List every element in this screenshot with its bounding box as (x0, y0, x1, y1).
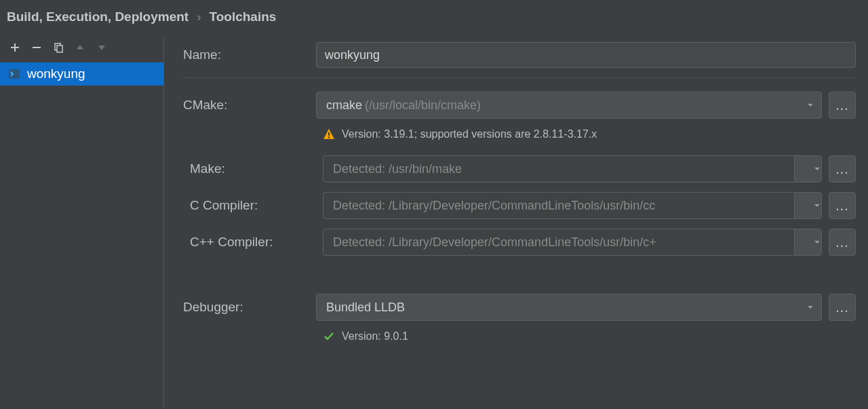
terminal-icon (8, 68, 20, 80)
toolchain-item[interactable]: wonkyung (0, 62, 163, 85)
chevron-down-icon (813, 238, 821, 246)
debugger-status: Version: 9.0.1 (323, 330, 856, 343)
warning-icon (323, 128, 335, 140)
add-button[interactable] (5, 39, 24, 56)
make-combo[interactable]: Detected: /usr/bin/make (323, 155, 822, 182)
move-up-button[interactable] (71, 39, 90, 56)
make-label: Make: (190, 161, 323, 176)
svg-rect-2 (9, 69, 20, 79)
remove-button[interactable] (27, 39, 46, 56)
cxxcompiler-combo[interactable]: Detected: /Library/Developer/CommandLine… (323, 229, 822, 256)
cxxcompiler-browse-button[interactable]: ... (829, 229, 856, 256)
copy-button[interactable] (49, 39, 68, 56)
svg-rect-4 (328, 137, 330, 138)
cmake-browse-button[interactable]: ... (829, 92, 856, 119)
name-label: Name: (183, 47, 316, 62)
breadcrumb-current: Toolchains (209, 9, 276, 24)
breadcrumb-parent[interactable]: Build, Execution, Deployment (7, 9, 189, 24)
ccompiler-label: C Compiler: (190, 198, 323, 213)
toolchain-list: wonkyung (0, 62, 163, 408)
cmake-hint: (/usr/local/bin/cmake) (365, 98, 481, 113)
toolchain-form: Name: CMake: cmake (/usr/local/bin/cmake… (164, 37, 868, 408)
cmake-label: CMake: (183, 98, 316, 113)
chevron-down-icon (813, 165, 821, 173)
cmake-status: Version: 3.19.1; supported versions are … (323, 128, 856, 140)
name-input[interactable] (316, 42, 856, 68)
cxxcompiler-placeholder: Detected: /Library/Developer/CommandLine… (333, 235, 656, 250)
debugger-status-text: Version: 9.0.1 (342, 330, 408, 343)
cmake-value: cmake (326, 98, 362, 113)
make-placeholder: Detected: /usr/bin/make (333, 162, 462, 176)
svg-rect-3 (328, 132, 330, 136)
cmake-status-text: Version: 3.19.1; supported versions are … (342, 128, 597, 140)
cmake-combo[interactable]: cmake (/usr/local/bin/cmake) (316, 92, 822, 119)
chevron-down-icon (813, 201, 821, 210)
divider (183, 77, 856, 78)
toolchains-sidebar: wonkyung (0, 37, 164, 408)
breadcrumb: Build, Execution, Deployment › Toolchain… (0, 0, 868, 37)
debugger-combo[interactable]: Bundled LLDB (316, 294, 822, 321)
chevron-down-icon (806, 303, 814, 311)
check-icon (323, 330, 335, 343)
sidebar-toolbar (0, 37, 163, 62)
ccompiler-placeholder: Detected: /Library/Developer/CommandLine… (333, 199, 655, 213)
move-down-button[interactable] (92, 39, 111, 56)
debugger-value: Bundled LLDB (326, 300, 405, 315)
ccompiler-combo[interactable]: Detected: /Library/Developer/CommandLine… (323, 192, 822, 219)
chevron-right-icon: › (197, 9, 201, 24)
svg-rect-1 (57, 45, 62, 52)
ccompiler-browse-button[interactable]: ... (829, 192, 856, 219)
chevron-down-icon (806, 101, 814, 109)
toolchain-item-label: wonkyung (27, 66, 85, 81)
debugger-browse-button[interactable]: ... (829, 294, 856, 321)
cxxcompiler-label: C++ Compiler: (190, 235, 323, 250)
debugger-label: Debugger: (183, 300, 316, 315)
make-browse-button[interactable]: ... (829, 155, 856, 182)
